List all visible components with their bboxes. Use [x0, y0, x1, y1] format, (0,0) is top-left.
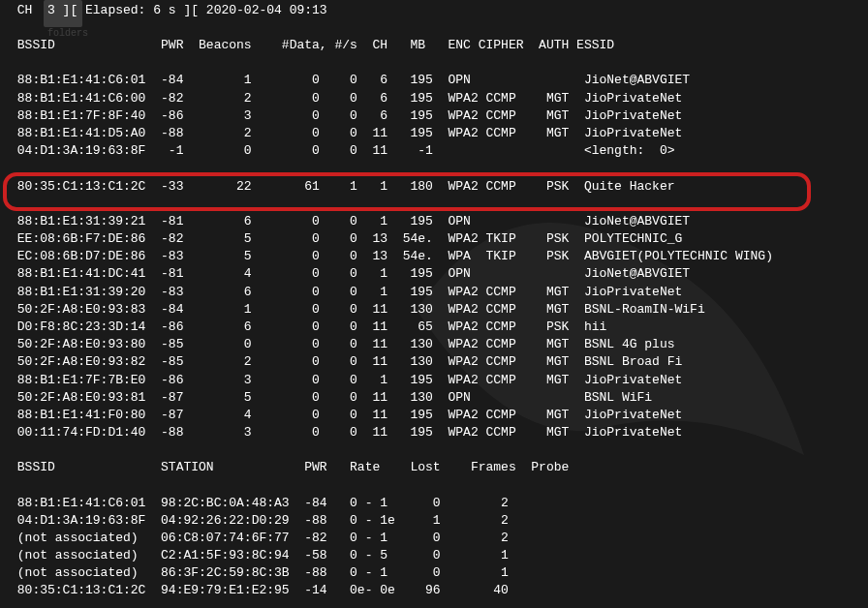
network-row: EC:08:6B:D7:DE:86 -83 5 0 0 13 54e. WPA …: [10, 248, 858, 265]
network-row: 88:B1:E1:7F:8F:40 -86 3 0 0 6 195 WPA2 C…: [10, 107, 858, 125]
network-row: 88:B1:E1:31:39:20 -83 6 0 0 1 195 WPA2 C…: [10, 284, 858, 301]
networks-table-header: BSSID PWR Beacons #Data, #/s CH MB ENC C…: [10, 37, 858, 54]
network-row: 88:B1:E1:41:DC:41 -81 4 0 0 1 195 OPN Ji…: [10, 265, 858, 283]
network-row: 80:35:C1:13:C1:2C -33 22 61 1 1 180 WPA2…: [10, 178, 858, 196]
network-row: EE:08:6B:F7:DE:86 -82 5 0 0 13 54e. WPA2…: [10, 230, 858, 248]
network-row: 88:B1:E1:41:D5:A0 -88 2 0 0 11 195 WPA2 …: [10, 125, 858, 142]
network-row: [10, 196, 858, 213]
stations-table-header: BSSID STATION PWR Rate Lost Frames Probe: [10, 459, 858, 476]
network-row: 50:2F:A8:E0:93:83 -84 1 0 0 11 130 WPA2 …: [10, 301, 858, 319]
station-row: (not associated) 06:C8:07:74:6F:77 -82 0…: [10, 530, 858, 547]
network-row: 88:B1:E1:41:F0:80 -87 4 0 0 11 195 WPA2 …: [10, 407, 858, 424]
network-row: 88:B1:E1:31:39:21 -81 6 0 0 1 195 OPN Ji…: [10, 213, 858, 230]
network-row: 88:B1:E1:41:C6:01 -84 1 0 0 6 195 OPN Ji…: [10, 72, 858, 89]
station-row: (not associated) C2:A1:5F:93:8C:94 -58 0…: [10, 547, 858, 564]
network-row: 88:B1:E1:7F:7B:E0 -86 3 0 0 1 195 WPA2 C…: [10, 372, 858, 389]
status-line: CH 3 ][ Elapsed: 6 s ][ 2020-02-04 09:13: [10, 2, 858, 19]
networks-table-body: 88:B1:E1:41:C6:01 -84 1 0 0 6 195 OPN Ji…: [10, 72, 858, 441]
stations-table-body: 88:B1:E1:41:C6:01 98:2C:BC:0A:48:A3 -84 …: [10, 495, 858, 600]
station-row: (not associated) 86:3F:2C:59:8C:3B -88 0…: [10, 564, 858, 582]
network-row: D0:F8:8C:23:3D:14 -86 6 0 0 11 65 WPA2 C…: [10, 319, 858, 336]
network-row: 50:2F:A8:E0:93:82 -85 2 0 0 11 130 WPA2 …: [10, 353, 858, 371]
network-row: 88:B1:E1:41:C6:00 -82 2 0 0 6 195 WPA2 C…: [10, 90, 858, 107]
station-row: 80:35:C1:13:C1:2C 94:E9:79:E1:E2:95 -14 …: [10, 582, 858, 599]
network-row: 50:2F:A8:E0:93:80 -85 0 0 0 11 130 WPA2 …: [10, 336, 858, 353]
network-row: [10, 160, 858, 177]
network-row: 04:D1:3A:19:63:8F -1 0 0 0 11 -1 <length…: [10, 142, 858, 160]
station-row: 88:B1:E1:41:C6:01 98:2C:BC:0A:48:A3 -84 …: [10, 495, 858, 512]
station-row: 04:D1:3A:19:63:8F 04:92:26:22:D0:29 -88 …: [10, 512, 858, 530]
network-row: 00:11:74:FD:D1:40 -88 3 0 0 11 195 WPA2 …: [10, 424, 858, 441]
network-row: 50:2F:A8:E0:93:81 -87 5 0 0 11 130 OPN B…: [10, 389, 858, 407]
